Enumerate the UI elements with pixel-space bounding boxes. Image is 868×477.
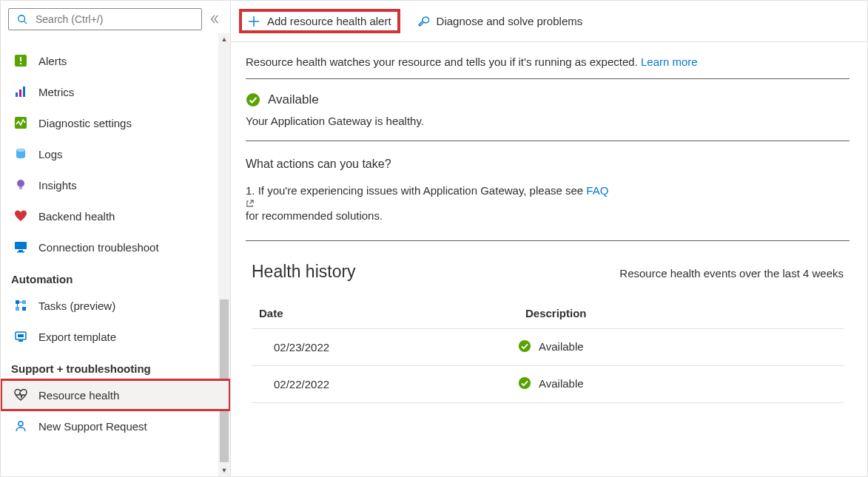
search-box[interactable]: [8, 8, 202, 30]
add-resource-health-alert-button[interactable]: Add resource health alert: [240, 10, 400, 33]
svg-rect-12: [19, 187, 22, 189]
sidebar-item-label: Export template: [38, 331, 116, 343]
cell-date: 02/22/2022: [252, 366, 518, 403]
sidebar-item-tasks[interactable]: Tasks (preview): [1, 290, 230, 321]
history-block: Health history Resource health events ov…: [246, 241, 850, 403]
diagnose-solve-button[interactable]: Diagnose and solve problems: [410, 10, 591, 32]
check-circle-icon: [246, 92, 260, 107]
cell-date: 02/23/2022: [252, 329, 518, 366]
sidebar-item-insights[interactable]: Insights: [1, 169, 230, 200]
svg-rect-24: [18, 340, 23, 342]
svg-point-0: [18, 16, 25, 22]
cell-desc-text: Available: [539, 340, 584, 353]
table-row[interactable]: 02/23/2022 Available: [252, 329, 844, 366]
alerts-icon: [13, 53, 28, 68]
faq-link[interactable]: FAQ: [586, 184, 608, 197]
sidebar-item-label: Tasks (preview): [38, 300, 115, 312]
col-description: Description: [518, 301, 844, 329]
sidebar-item-label: Metrics: [38, 86, 74, 98]
svg-point-11: [17, 180, 24, 187]
external-link-icon: [246, 200, 850, 208]
section-automation: Automation: [1, 263, 230, 290]
col-date: Date: [252, 301, 518, 329]
svg-rect-13: [15, 242, 27, 249]
sidebar-item-alerts[interactable]: Alerts: [1, 45, 230, 76]
sidebar-item-diagnostic-settings[interactable]: Diagnostic settings: [1, 107, 230, 138]
svg-rect-3: [20, 57, 21, 61]
svg-rect-16: [16, 300, 19, 304]
history-table: Date Description 02/23/2022 Available: [252, 301, 844, 403]
toolbar-label: Diagnose and solve problems: [437, 15, 583, 27]
sidebar-item-label: New Support Request: [38, 420, 147, 433]
sidebar-item-label: Logs: [38, 148, 63, 160]
plus-icon: [248, 16, 260, 27]
svg-point-10: [16, 149, 25, 152]
section-support: Support + troubleshooting: [1, 352, 230, 379]
actions-title: What actions can you take?: [246, 158, 850, 171]
table-row[interactable]: 02/22/2022 Available: [252, 366, 844, 403]
actions-block: What actions can you take? 1. If you're …: [246, 141, 850, 241]
svg-rect-19: [22, 307, 26, 311]
diagnostic-icon: [13, 115, 28, 130]
app-root: ▲ ▼ Alerts Metrics: [0, 0, 868, 477]
sidebar-item-metrics[interactable]: Metrics: [1, 76, 230, 107]
svg-rect-15: [17, 251, 24, 253]
svg-point-28: [246, 93, 260, 106]
sidebar-item-label: Connection troubleshoot: [38, 241, 159, 254]
sidebar-item-new-support-request[interactable]: New Support Request: [1, 410, 230, 442]
cell-description: Available: [518, 329, 844, 366]
sidebar-list: Alerts Metrics Diagnostic settings: [1, 36, 230, 442]
intro-body: Resource health watches your resource an…: [246, 55, 641, 68]
sidebar-item-resource-health[interactable]: Resource health: [1, 379, 230, 410]
svg-rect-6: [19, 89, 21, 97]
sidebar-item-label: Resource health: [38, 389, 119, 402]
status-badge: Available: [268, 92, 319, 107]
history-header: Health history Resource health events ov…: [252, 262, 844, 282]
actions-suffix: for recommended solutions.: [246, 209, 383, 222]
export-icon: [13, 329, 28, 344]
status-block: Available Your Application Gateway is he…: [246, 79, 850, 141]
sidebar: ▲ ▼ Alerts Metrics: [1, 1, 231, 476]
svg-rect-17: [22, 300, 26, 304]
tasks-icon: [13, 298, 28, 313]
toolbar: Add resource health alert Diagnose and s…: [231, 1, 867, 42]
history-subtitle: Resource health events over the last 4 w…: [619, 267, 844, 280]
metrics-icon: [13, 84, 28, 99]
svg-rect-18: [16, 307, 19, 311]
sidebar-item-label: Alerts: [38, 55, 67, 67]
heart-icon: [13, 209, 28, 223]
search-row: [1, 1, 230, 36]
status-description: Your Application Gateway is healthy.: [246, 115, 850, 127]
actions-text: 1. If you're experiencing issues with Ap…: [246, 183, 850, 224]
logs-icon: [13, 146, 28, 161]
status-line: Available: [246, 92, 850, 107]
cell-description: Available: [518, 366, 844, 403]
actions-prefix: 1. If you're experiencing issues with Ap…: [246, 184, 586, 197]
collapse-sidebar-icon[interactable]: [206, 11, 223, 27]
search-icon: [15, 12, 30, 27]
intro-text: Resource health watches your resource an…: [246, 55, 850, 79]
svg-point-29: [519, 340, 531, 352]
svg-point-30: [519, 377, 531, 389]
main: Add resource health alert Diagnose and s…: [231, 1, 867, 476]
sidebar-item-label: Insights: [38, 179, 77, 192]
svg-point-25: [18, 422, 23, 426]
sidebar-item-label: Diagnostic settings: [38, 117, 132, 129]
svg-rect-4: [20, 63, 21, 64]
learn-more-link[interactable]: Learn more: [641, 55, 698, 68]
sidebar-scroll: Alerts Metrics Diagnostic settings: [1, 36, 230, 476]
search-input[interactable]: [34, 13, 195, 26]
wrench-icon: [417, 16, 429, 27]
sidebar-item-backend-health[interactable]: Backend health: [1, 200, 230, 231]
history-title: Health history: [252, 262, 356, 282]
toolbar-label: Add resource health alert: [267, 15, 391, 27]
sidebar-item-export-template[interactable]: Export template: [1, 321, 230, 352]
svg-line-1: [24, 21, 27, 24]
check-circle-icon: [518, 339, 531, 353]
sidebar-item-label: Backend health: [38, 210, 115, 223]
svg-rect-23: [18, 334, 24, 337]
svg-rect-14: [18, 250, 23, 251]
support-icon: [13, 419, 28, 433]
sidebar-item-connection-troubleshoot[interactable]: Connection troubleshoot: [1, 231, 230, 263]
sidebar-item-logs[interactable]: Logs: [1, 138, 230, 169]
